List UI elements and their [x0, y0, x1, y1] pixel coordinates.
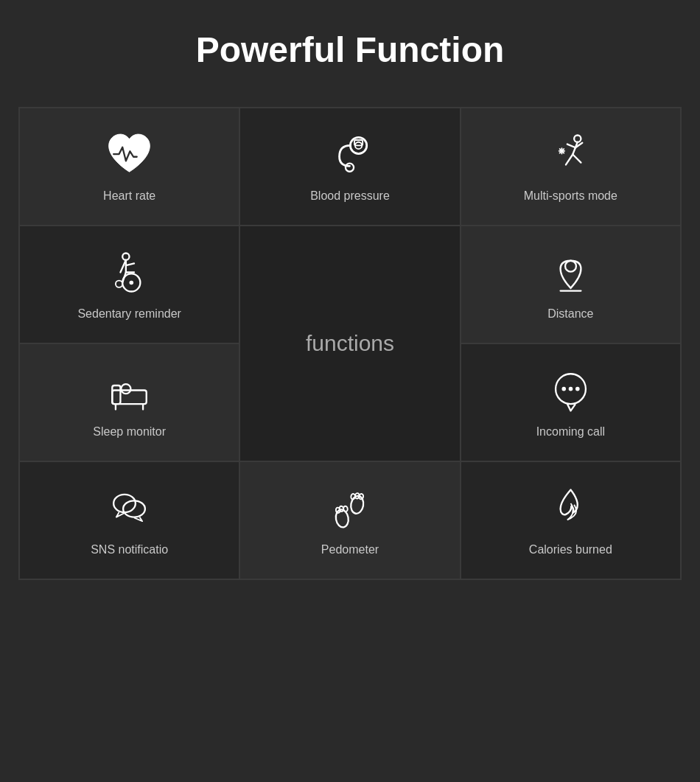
pedometer-label: Pedometer [321, 543, 379, 556]
page-title: Powerful Function [196, 29, 505, 70]
svg-point-25 [122, 384, 131, 394]
cell-sleep: Sleep monitor [19, 343, 239, 461]
calories-label: Calories burned [529, 543, 612, 556]
multi-sports-label: Multi-sports mode [524, 189, 617, 203]
heart-rate-label: Heart rate [103, 189, 155, 203]
calories-icon [547, 484, 595, 532]
svg-point-37 [343, 506, 349, 512]
svg-point-2 [346, 164, 354, 172]
cell-calories: Calories burned [461, 461, 681, 579]
features-grid: Heart rate Blood pressure [18, 107, 682, 580]
svg-point-30 [569, 387, 573, 391]
blood-pressure-icon [326, 130, 374, 178]
multi-sports-icon [547, 130, 595, 178]
sns-icon [105, 484, 153, 532]
sleep-icon [105, 366, 153, 414]
distance-icon [547, 248, 595, 296]
sedentary-label: Sedentary reminder [77, 307, 181, 321]
svg-line-16 [126, 263, 134, 265]
svg-point-20 [116, 281, 122, 287]
cell-sns: SNS notificatio [19, 461, 239, 579]
svg-point-21 [565, 261, 576, 272]
cell-pedometer: Pedometer [239, 461, 460, 579]
cell-heart-rate: Heart rate [19, 108, 239, 226]
cell-sedentary: Sedentary reminder [19, 226, 239, 343]
sedentary-icon [105, 248, 153, 296]
cell-distance: Distance [461, 226, 681, 343]
distance-label: Distance [547, 307, 593, 321]
cell-incoming-call: Incoming call [461, 343, 681, 461]
svg-line-9 [573, 155, 581, 163]
svg-point-31 [575, 387, 580, 391]
svg-point-29 [561, 387, 566, 391]
sleep-label: Sleep monitor [93, 425, 166, 439]
heart-rate-icon [105, 130, 153, 178]
svg-point-32 [113, 495, 136, 512]
sns-label: SNS notificatio [91, 543, 168, 556]
svg-point-14 [122, 254, 129, 260]
svg-line-6 [567, 144, 575, 148]
pedometer-icon [326, 484, 374, 532]
incoming-call-label: Incoming call [536, 425, 605, 439]
incoming-call-icon [547, 366, 595, 414]
cell-center: functions [239, 226, 460, 461]
blood-pressure-label: Blood pressure [310, 189, 390, 203]
svg-line-8 [566, 155, 573, 165]
center-label: functions [306, 331, 394, 356]
cell-multi-sports: Multi-sports mode [461, 108, 681, 226]
svg-rect-24 [112, 385, 120, 404]
cell-blood-pressure: Blood pressure [239, 108, 460, 226]
svg-point-19 [130, 281, 134, 285]
svg-point-4 [574, 136, 581, 142]
